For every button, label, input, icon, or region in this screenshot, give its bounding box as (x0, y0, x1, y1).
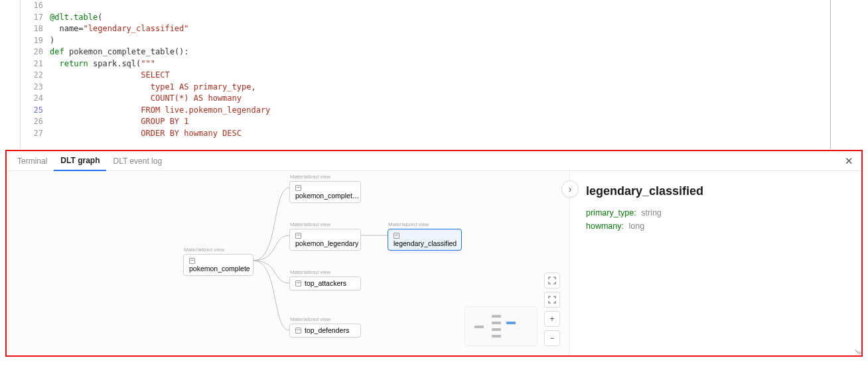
resize-handle-icon[interactable] (853, 347, 860, 354)
table-icon (295, 328, 301, 334)
graph-node-3[interactable]: Materialized view top_attackers (289, 277, 361, 290)
graph-node-2[interactable]: Materialized view pokemon_legendary (289, 229, 361, 251)
materialized-view-label: Materialized view (290, 269, 330, 275)
graph-node-4[interactable]: Materialized view top_defenders (289, 324, 361, 338)
tab-dlt-graph[interactable]: DLT graph (54, 151, 106, 171)
table-icon (394, 233, 399, 239)
materialized-view-label: Materialized view (290, 221, 330, 227)
table-icon (295, 233, 301, 239)
bottom-panel: Terminal DLT graph DLT event log ✕ Mater… (5, 150, 863, 357)
zoom-out-icon[interactable]: − (544, 330, 560, 346)
tab-terminal[interactable]: Terminal (11, 152, 54, 170)
node-label: pokemon_complete (189, 265, 250, 273)
schema-field: howmany: long (586, 219, 845, 233)
schema-field: primary_type: string (586, 206, 845, 219)
node-label: legendary_classified (394, 239, 457, 247)
fit-icon[interactable] (544, 273, 560, 288)
node-label: pokemon_legendary (295, 239, 358, 247)
collapse-chevron-icon[interactable]: › (561, 180, 579, 198)
code-editor[interactable]: 161718192021222324252627 @dlt.table( nam… (20, 0, 868, 149)
graph-node-selected[interactable]: Materialized view legendary_classified (388, 229, 462, 251)
node-label: top_defenders (305, 326, 349, 334)
zoom-controls: + − (544, 273, 560, 346)
materialized-view-label: Materialized view (388, 221, 429, 227)
right-border (830, 0, 831, 149)
dlt-graph-canvas[interactable]: Materialized view pokemon_complete Mater… (7, 171, 569, 355)
table-icon (295, 280, 301, 286)
table-icon (295, 185, 301, 191)
schema-list: primary_type: stringhowmany: long (586, 206, 845, 233)
graph-node-root[interactable]: Materialized view pokemon_complete (183, 254, 253, 276)
line-number-gutter: 161718192021222324252627 (21, 0, 50, 149)
fullscreen-icon[interactable] (544, 292, 560, 308)
code-content[interactable]: @dlt.table( name="legendary_classified")… (50, 0, 270, 149)
node-label: top_attackers (305, 279, 346, 287)
materialized-view-label: Materialized view (290, 174, 330, 180)
details-title: legendary_classified (586, 184, 845, 198)
graph-node-1[interactable]: Materialized view pokemon_complet… (289, 181, 361, 203)
zoom-in-icon[interactable]: + (544, 311, 560, 327)
details-pane: › legendary_classified primary_type: str… (569, 171, 861, 355)
table-icon (189, 258, 195, 264)
panel-tabs: Terminal DLT graph DLT event log ✕ (7, 151, 861, 171)
tab-dlt-event-log[interactable]: DLT event log (106, 152, 169, 170)
close-icon[interactable]: ✕ (845, 155, 853, 167)
node-label: pokemon_complet… (295, 192, 359, 200)
materialized-view-label: Materialized view (290, 316, 330, 322)
materialized-view-label: Materialized view (184, 247, 224, 253)
minimap[interactable] (465, 306, 538, 346)
